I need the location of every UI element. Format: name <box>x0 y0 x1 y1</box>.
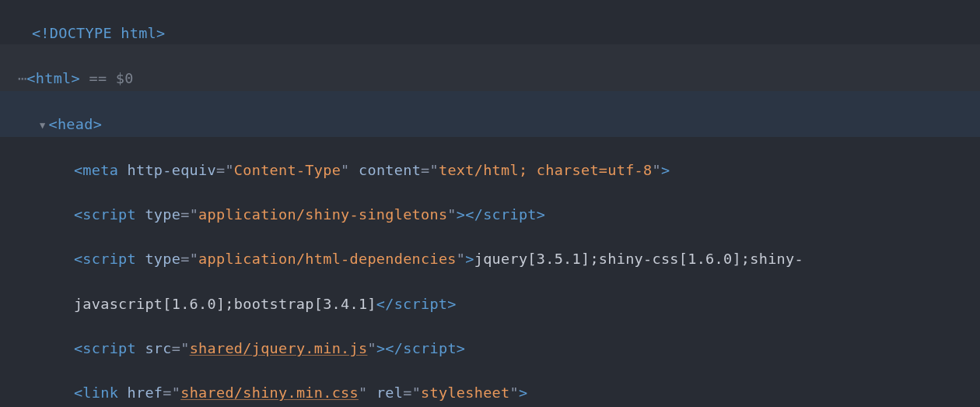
angle-close: > <box>93 116 102 132</box>
code-line-head[interactable]: ▼<head> <box>0 91 980 137</box>
code-line-html[interactable]: ⋯<html> == $0 <box>0 44 980 90</box>
angle-open: < <box>48 116 57 132</box>
tag-html: html <box>36 70 72 86</box>
deps-text-b: javascript[1.6.0];bootstrap[3.4.1] <box>74 296 376 312</box>
code-line-meta-contenttype[interactable]: <meta http-equiv="Content-Type" content=… <box>0 137 980 181</box>
code-line-link-shinycss[interactable]: <link href="shared/shiny.min.css" rel="s… <box>0 360 980 405</box>
angle-open: <! <box>32 25 50 41</box>
code-line-script-deps-wrap[interactable]: javascript[1.6.0];bootstrap[3.4.1]</scri… <box>0 271 980 315</box>
ellipsis-icon: ⋯ <box>18 70 26 86</box>
angle-close: > <box>156 25 165 41</box>
selected-marker: == $0 <box>80 70 134 86</box>
tag-doctype: DOCTYPE html <box>50 25 156 41</box>
code-line-script-deps[interactable]: <script type="application/html-dependenc… <box>0 226 980 271</box>
angle-open: < <box>26 70 35 86</box>
code-line-script-singletons[interactable]: <script type="application/shiny-singleto… <box>0 181 980 226</box>
code-line-script-jquery[interactable]: <script src="shared/jquery.min.js"></scr… <box>0 315 980 360</box>
deps-text-a: jquery[3.5.1];shiny-css[1.6.0];shiny- <box>474 251 803 267</box>
code-line-doctype[interactable]: <!DOCTYPE html> <box>0 0 980 44</box>
angle-close: > <box>72 70 80 86</box>
tag-head: head <box>58 116 93 132</box>
disclosure-triangle-icon[interactable]: ▼ <box>40 118 46 133</box>
